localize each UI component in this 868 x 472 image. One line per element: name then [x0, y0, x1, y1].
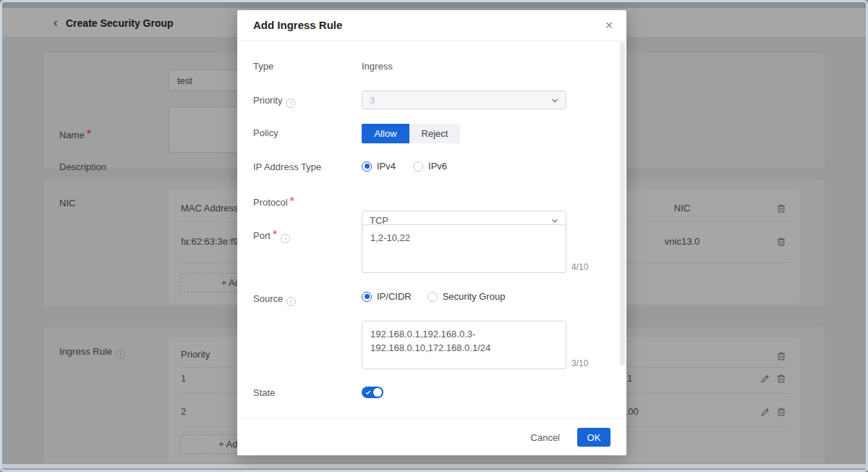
type-value: Ingress [362, 61, 566, 72]
port-label: Port [253, 230, 271, 241]
radio-selected-icon [362, 292, 372, 302]
source-counter: 3/10 [571, 358, 588, 368]
modal-scrollbar[interactable] [620, 42, 625, 366]
source-textarea[interactable]: 192.168.0.1,192.168.0.3- 192.168.0.10,17… [362, 321, 566, 369]
ipv4-label: IPv4 [377, 161, 396, 172]
radio-icon [413, 161, 423, 172]
port-counter: 4/10 [571, 262, 588, 272]
policy-allow-button[interactable]: Allow [362, 124, 409, 143]
priority-select[interactable]: 3 [362, 90, 566, 109]
modal-title: Add Ingress Rule [253, 19, 342, 31]
modal-footer: Cancel OK [237, 418, 626, 455]
radio-icon [427, 292, 438, 302]
source-label: Source [253, 293, 283, 304]
policy-reject-button[interactable]: Reject [409, 124, 460, 143]
info-icon[interactable]: i [281, 234, 290, 243]
close-button[interactable]: ✕ [600, 17, 618, 34]
add-ingress-rule-dialog: Add Ingress Rule ✕ Type Ingress Priority… [237, 10, 626, 455]
protocol-label: Protocol [253, 197, 288, 208]
ip-address-type-label: IP Address Type [253, 161, 321, 172]
radio-selected-icon [362, 161, 372, 172]
footer-strip [0, 464, 868, 468]
app-frame: ‹ Create Security Group Name* Descriptio… [0, 0, 868, 472]
chevron-down-icon [550, 96, 559, 105]
priority-value: 3 [370, 95, 375, 106]
ipv4-radio[interactable]: IPv4 [362, 161, 396, 172]
required-mark: * [290, 195, 294, 208]
check-icon [365, 389, 371, 395]
ipv6-label: IPv6 [428, 161, 447, 172]
security-group-label: Security Group [443, 291, 506, 302]
cancel-button[interactable]: Cancel [531, 432, 560, 443]
port-textarea[interactable]: 1,2-10,22 [362, 224, 566, 273]
toggle-knob [373, 388, 382, 397]
ipv6-radio[interactable]: IPv6 [413, 161, 447, 172]
modal-header: Add Ingress Rule ✕ [237, 10, 626, 41]
policy-label: Policy [253, 127, 278, 138]
state-label: State [253, 387, 275, 398]
ok-button[interactable]: OK [577, 428, 610, 447]
type-label: Type [253, 61, 273, 72]
state-toggle[interactable] [362, 387, 383, 398]
security-group-radio[interactable]: Security Group [427, 291, 506, 302]
priority-label: Priority [253, 95, 282, 106]
info-icon[interactable]: i [286, 98, 295, 108]
ip-cidr-radio[interactable]: IP/CIDR [362, 291, 412, 302]
required-mark: * [273, 229, 277, 241]
info-icon[interactable]: i [286, 297, 296, 306]
ip-cidr-label: IP/CIDR [377, 291, 412, 302]
